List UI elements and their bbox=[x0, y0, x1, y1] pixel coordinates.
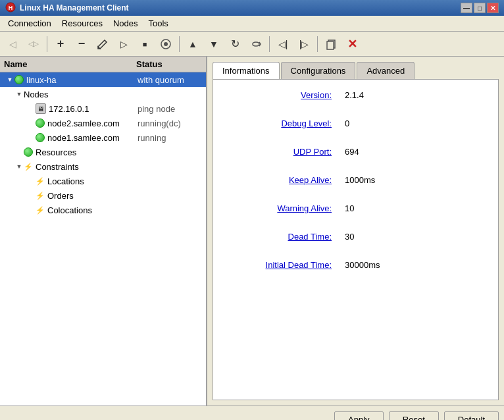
col-name: Name bbox=[4, 59, 136, 69]
apply-button[interactable]: Apply bbox=[334, 411, 384, 420]
tree-row[interactable]: 🖥 172.16.0.1 ping node bbox=[0, 101, 206, 116]
tree-item-label: linux-ha bbox=[26, 75, 138, 85]
close-button[interactable]: ✕ bbox=[487, 3, 499, 13]
titlebar: H Linux HA Management Client — □ ✕ bbox=[0, 0, 504, 16]
reset-button[interactable]: Reset bbox=[389, 411, 439, 420]
copy-button[interactable] bbox=[321, 35, 341, 53]
debug-value: 0 bbox=[345, 118, 349, 128]
tree-row[interactable]: node2.samlee.com running(dc) bbox=[0, 116, 206, 130]
tab-bar: Informations Configurations Advanced bbox=[213, 62, 499, 79]
constraint-icon: ⚡ bbox=[24, 162, 33, 171]
tree-item-label: node2.samlee.com bbox=[47, 118, 138, 128]
main-area: Name Status ▼ linux-ha with quorum ▼ Nod… bbox=[0, 57, 504, 406]
tree-header: Name Status bbox=[0, 57, 206, 72]
tree-item-status: ping node bbox=[138, 104, 203, 114]
warning-label[interactable]: Warning Alive: bbox=[226, 203, 332, 213]
status-dot bbox=[24, 147, 33, 157]
app-icon: H bbox=[5, 2, 16, 14]
manage-button[interactable] bbox=[156, 35, 176, 53]
toolbar: ◁ ◁◁ + − ▷ ■ ▲ ▼ ↻ ◁| |▷ ✕ bbox=[0, 32, 504, 57]
tab-content: Version: 2.1.4 Debug Level: 0 UDP Port: … bbox=[213, 79, 499, 400]
disconnect-button[interactable]: ✕ bbox=[342, 35, 362, 53]
tree-item-label: 172.16.0.1 bbox=[49, 104, 138, 114]
status-dot bbox=[14, 75, 24, 84]
tree-panel: Name Status ▼ linux-ha with quorum ▼ Nod… bbox=[0, 57, 207, 406]
tree-item-label: Nodes bbox=[24, 90, 138, 99]
info-row-warning: Warning Alive: 10 bbox=[226, 203, 485, 213]
tree-row[interactable]: ▼ Nodes bbox=[0, 87, 206, 101]
info-row-debug: Debug Level: 0 bbox=[226, 118, 485, 128]
stop-button[interactable]: ■ bbox=[135, 35, 155, 53]
deadtime-value: 30 bbox=[345, 232, 354, 242]
cleanup-button[interactable] bbox=[246, 35, 266, 53]
tab-informations[interactable]: Informations bbox=[213, 62, 280, 79]
refresh-button[interactable]: ↻ bbox=[225, 35, 245, 53]
version-label[interactable]: Version: bbox=[226, 90, 332, 100]
info-row-version: Version: 2.1.4 bbox=[226, 90, 485, 100]
keepalive-value: 1000ms bbox=[345, 175, 375, 185]
right-panel: Informations Configurations Advanced Ver… bbox=[207, 57, 504, 406]
tree-row[interactable]: ⚡ Locations bbox=[0, 174, 206, 188]
minimize-button[interactable]: — bbox=[461, 3, 472, 13]
add-button[interactable]: + bbox=[51, 35, 70, 53]
svg-rect-5 bbox=[327, 41, 334, 49]
menubar: Connection Resources Nodes Tools bbox=[0, 16, 504, 32]
deadtime-label[interactable]: Dead Time: bbox=[226, 232, 332, 242]
tree-item-status: running bbox=[138, 133, 203, 143]
tree-row[interactable]: ▼ linux-ha with quorum bbox=[0, 72, 206, 87]
udp-value: 694 bbox=[345, 147, 359, 157]
forward-button[interactable]: ◁◁ bbox=[24, 35, 43, 53]
svg-point-3 bbox=[164, 42, 168, 46]
warning-value: 10 bbox=[345, 203, 354, 213]
remove-button[interactable]: − bbox=[72, 35, 91, 53]
status-dot bbox=[36, 133, 45, 142]
tree-toggle[interactable]: ▼ bbox=[14, 163, 24, 170]
maximize-button[interactable]: □ bbox=[474, 3, 486, 13]
tree-row[interactable]: ⚡ Orders bbox=[0, 188, 206, 203]
udp-label[interactable]: UDP Port: bbox=[226, 147, 332, 157]
edit-button[interactable] bbox=[93, 35, 113, 53]
tab-advanced[interactable]: Advanced bbox=[357, 62, 415, 79]
tree-item-status: running(dc) bbox=[138, 118, 203, 128]
keepalive-label[interactable]: Keep Alive: bbox=[226, 175, 332, 185]
tree-item-label: node1.samlee.com bbox=[47, 133, 138, 143]
node-image-icon: 🖥 bbox=[36, 103, 46, 114]
toolbar-sep-2 bbox=[179, 36, 180, 52]
col-status: Status bbox=[136, 59, 202, 69]
toolbar-sep-1 bbox=[47, 36, 47, 52]
default-button[interactable]: Default bbox=[444, 411, 499, 420]
tree-toggle[interactable]: ▼ bbox=[5, 76, 14, 83]
toolbar-sep-3 bbox=[269, 36, 270, 52]
menu-tools[interactable]: Tools bbox=[143, 16, 174, 30]
tree-row[interactable]: Resources bbox=[0, 145, 206, 159]
order-icon: ⚡ bbox=[36, 191, 45, 200]
menu-resources[interactable]: Resources bbox=[57, 16, 108, 30]
location-icon: ⚡ bbox=[36, 176, 45, 186]
tree-item-label: Orders bbox=[47, 191, 138, 201]
toolbar-sep-4 bbox=[317, 36, 318, 52]
menu-connection[interactable]: Connection bbox=[3, 16, 57, 30]
tab-configurations[interactable]: Configurations bbox=[281, 62, 356, 79]
tree-item-label: Locations bbox=[47, 176, 138, 186]
tree-row[interactable]: ⚡ Colocations bbox=[0, 203, 206, 217]
info-row-deadtime: Dead Time: 30 bbox=[226, 232, 485, 242]
start-button[interactable]: ▷ bbox=[114, 35, 134, 53]
tree-row[interactable]: ▼ ⚡ Constraints bbox=[0, 159, 206, 174]
initdeadtime-label[interactable]: Initial Dead Time: bbox=[226, 260, 332, 270]
move-left-button[interactable]: ◁| bbox=[273, 35, 293, 53]
info-row-udp: UDP Port: 694 bbox=[226, 147, 485, 157]
colocation-icon: ⚡ bbox=[36, 205, 45, 215]
initdeadtime-value: 30000ms bbox=[345, 260, 380, 270]
debug-label[interactable]: Debug Level: bbox=[226, 118, 332, 128]
down-button[interactable]: ▼ bbox=[204, 35, 224, 53]
tree-toggle[interactable]: ▼ bbox=[14, 91, 24, 97]
menu-nodes[interactable]: Nodes bbox=[108, 16, 143, 30]
tree-item-status: with quorum bbox=[138, 75, 203, 85]
tree-row[interactable]: node1.samlee.com running bbox=[0, 130, 206, 145]
window-title: Linux HA Management Client bbox=[20, 3, 129, 13]
info-row-keepalive: Keep Alive: 1000ms bbox=[226, 175, 485, 185]
move-right-button[interactable]: |▷ bbox=[294, 35, 314, 53]
titlebar-controls: — □ ✕ bbox=[461, 3, 499, 13]
back-button[interactable]: ◁ bbox=[3, 35, 22, 53]
up-button[interactable]: ▲ bbox=[183, 35, 203, 53]
